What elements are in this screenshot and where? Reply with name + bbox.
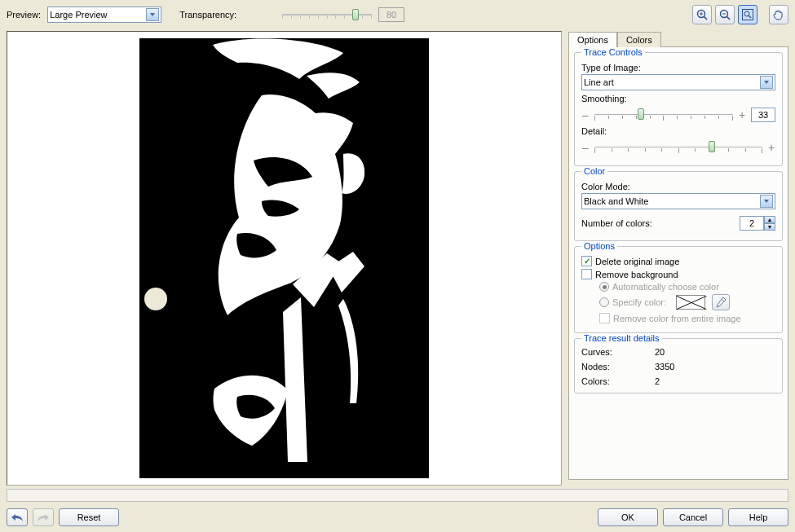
spin-up-icon[interactable]: ▲ [764,216,775,223]
preview-image [139,38,429,478]
label-specify-color: Specify color: [612,297,666,307]
spin-down-icon[interactable]: ▼ [764,223,775,231]
smoothing-label: Smoothing: [581,94,775,103]
num-colors-spinner[interactable]: ▲ ▼ [740,216,775,231]
legend-color: Color [581,166,607,176]
zoom-in-button[interactable] [692,5,712,24]
group-trace-details: Trace result details Curves: 20 Nodes: 3… [574,338,783,394]
checkbox-remove-entire [599,313,610,323]
nodes-value: 3350 [655,362,775,372]
side-panel: Options Colors Trace Controls Type of Im… [568,31,788,486]
svg-point-8 [744,11,749,16]
tab-body: Trace Controls Type of Image: Line art S… [568,46,788,480]
label-remove-entire: Remove color from entire image [613,314,741,323]
legend-options: Options [581,241,617,251]
num-colors-value[interactable] [740,216,764,231]
cancel-button[interactable]: Cancel [663,508,723,526]
label-remove-background: Remove background [595,270,678,279]
svg-line-9 [749,15,751,18]
plus-icon: + [767,141,775,154]
type-of-image-value: Line art [584,77,614,87]
top-toolbar: Preview: Large Preview Transparency: 80 [0,0,795,29]
radio-auto-color [599,282,609,292]
color-mode-value: Black and White [584,196,648,206]
tab-colors[interactable]: Colors [617,32,661,47]
zoom-out-button[interactable] [715,5,735,24]
nodes-label: Nodes: [581,362,655,372]
colors-label: Colors: [581,376,655,386]
chevron-down-icon [760,76,773,89]
radio-specify-color [599,297,609,307]
svg-line-1 [704,17,708,20]
color-mode-dropdown[interactable]: Black and White [581,193,775,209]
legend-trace-details: Trace result details [581,333,662,343]
chevron-down-icon [146,8,159,21]
reset-button[interactable]: Reset [59,508,119,526]
undo-button[interactable] [7,508,28,526]
svg-rect-7 [743,10,753,20]
preview-mode-dropdown[interactable]: Large Preview [47,7,161,23]
num-colors-label: Number of colors: [581,218,652,228]
type-of-image-dropdown[interactable]: Line art [581,74,775,90]
minus-icon: – [581,108,590,121]
smoothing-slider[interactable] [594,107,733,123]
preview-label: Preview: [7,10,41,20]
svg-line-5 [727,17,731,20]
plus-icon: + [738,108,746,121]
detail-slider[interactable] [594,139,762,156]
preview-mode-value: Large Preview [50,10,107,20]
main-area: Options Colors Trace Controls Type of Im… [0,29,795,487]
view-tools [692,5,788,24]
transparency-slider [282,7,372,23]
label-delete-original: Delete original image [595,257,679,266]
transparency-value: 80 [378,7,404,22]
tab-bar: Options Colors [568,31,788,46]
bottom-bar: Reset OK Cancel Help [0,503,795,531]
eyedropper-button [712,294,730,310]
svg-point-11 [144,288,167,310]
checkbox-remove-background[interactable] [581,269,592,279]
horizontal-scrollbar[interactable] [7,489,788,502]
label-auto-color: Automatically choose color [612,282,719,292]
ok-button[interactable]: OK [598,508,658,526]
help-button[interactable]: Help [728,508,788,526]
pan-hand-button[interactable] [769,5,788,24]
group-color: Color Color Mode: Black and White Number… [574,171,783,241]
zoom-fit-button[interactable] [738,5,757,24]
checkbox-delete-original[interactable] [581,256,592,266]
redo-button [33,508,54,526]
color-mode-label: Color Mode: [581,182,775,191]
group-options: Options Delete original image Remove bac… [574,246,783,333]
color-swatch [676,295,705,310]
detail-label: Detail: [581,126,775,136]
curves-label: Curves: [581,347,655,357]
transparency-label: Transparency: [179,10,236,20]
preview-panel[interactable] [7,31,562,486]
colors-value: 2 [655,376,775,386]
minus-icon: – [581,141,590,154]
curves-value: 20 [655,347,775,357]
group-trace-controls: Trace Controls Type of Image: Line art S… [574,52,783,166]
legend-trace-controls: Trace Controls [581,47,645,57]
type-of-image-label: Type of Image: [581,63,775,73]
smoothing-value[interactable]: 33 [751,108,775,122]
tab-options[interactable]: Options [568,32,617,47]
chevron-down-icon [760,195,773,208]
